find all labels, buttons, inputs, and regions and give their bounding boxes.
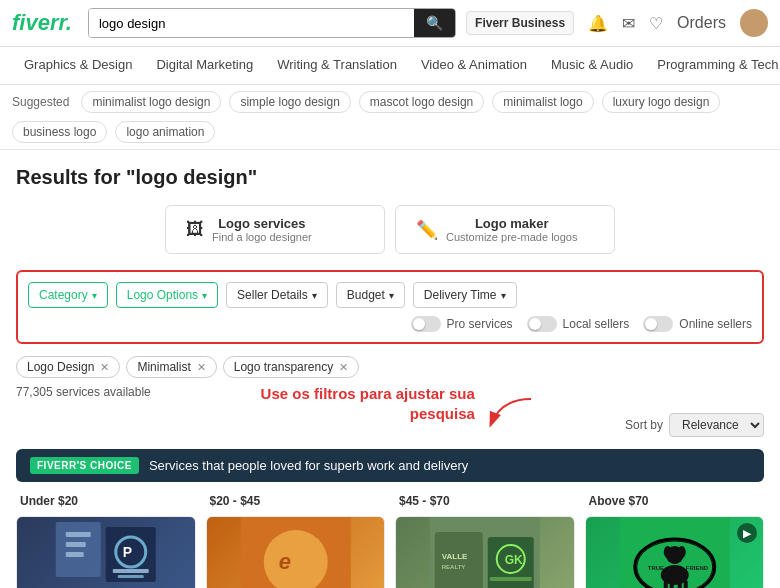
suggested-tag-3[interactable]: minimalist logo	[492, 91, 593, 113]
fiverr-business-btn[interactable]: Fiverr Business	[466, 11, 574, 35]
local-sellers-toggle-item: Local sellers	[527, 316, 630, 332]
svg-text:TRUE: TRUE	[647, 565, 663, 571]
suggested-tag-6[interactable]: logo animation	[115, 121, 215, 143]
suggested-row: Suggested minimalist logo design simple …	[0, 85, 780, 150]
video-badge-3: ▶	[737, 523, 757, 543]
card-image-1: e elephant	[207, 517, 385, 588]
category-filter[interactable]: Category ▾	[28, 282, 108, 308]
remove-tag-2[interactable]: ✕	[339, 361, 348, 374]
orders-link[interactable]: Orders	[677, 14, 726, 32]
online-sellers-toggle-item: Online sellers	[643, 316, 752, 332]
svg-rect-20	[490, 577, 532, 581]
logo-maker-label: Logo maker	[446, 216, 577, 231]
sort-label: Sort by	[625, 418, 663, 432]
sort-select[interactable]: Relevance	[669, 413, 764, 437]
price-range-3: Above $70	[585, 494, 765, 508]
price-range-0: Under $20	[16, 494, 196, 508]
logo-maker-btn[interactable]: ✏️ Logo maker Customize pre-made logos	[395, 205, 615, 254]
pro-services-toggle[interactable]	[411, 316, 441, 332]
logo-options-chevron-icon: ▾	[202, 290, 207, 301]
search-bar: 🔍	[88, 8, 456, 38]
svg-rect-28	[677, 580, 681, 588]
suggested-tag-0[interactable]: minimalist logo design	[81, 91, 221, 113]
online-sellers-label: Online sellers	[679, 317, 752, 331]
delivery-time-chevron-icon: ▾	[501, 290, 506, 301]
category-label: Category	[39, 288, 88, 302]
suggested-tag-1[interactable]: simple logo design	[229, 91, 350, 113]
heart-icon[interactable]: ♡	[649, 14, 663, 33]
svg-rect-3	[66, 552, 84, 557]
logo-options-label: Logo Options	[127, 288, 198, 302]
search-button[interactable]: 🔍	[414, 9, 455, 37]
card-0[interactable]: P H hasyodesign Top Rated Seller I will …	[16, 516, 196, 588]
remove-tag-1[interactable]: ✕	[197, 361, 206, 374]
results-count: 77,305 services available	[16, 381, 151, 399]
online-sellers-toggle[interactable]	[643, 316, 673, 332]
annotation-arrow	[481, 394, 541, 434]
card-1[interactable]: e elephant J jacklebalboa1 Level 2 Selle…	[206, 516, 386, 588]
results-title: Results for "logo design"	[16, 166, 764, 189]
seller-details-label: Seller Details	[237, 288, 308, 302]
main-content: Results for "logo design" 🖼 Logo service…	[0, 150, 780, 588]
nav-item-graphics[interactable]: Graphics & Design	[12, 47, 144, 84]
results-bar: 77,305 services available Use os filtros…	[16, 384, 764, 437]
svg-rect-29	[683, 580, 687, 588]
active-filters: Logo Design ✕ Minimalist ✕ Logo transpar…	[16, 350, 764, 384]
budget-filter[interactable]: Budget ▾	[336, 282, 405, 308]
svg-text:REALTY: REALTY	[442, 564, 466, 570]
category-chevron-icon: ▾	[92, 290, 97, 301]
suggested-tag-4[interactable]: luxury logo design	[602, 91, 721, 113]
mail-icon[interactable]: ✉	[622, 14, 635, 33]
suggested-tag-2[interactable]: mascot logo design	[359, 91, 484, 113]
filters-row: Category ▾ Logo Options ▾ Seller Details…	[16, 270, 764, 344]
budget-chevron-icon: ▾	[389, 290, 394, 301]
card-image-3: TRUE FRIEND ▶	[586, 517, 764, 588]
svg-rect-0	[56, 522, 101, 577]
logo-services-btn[interactable]: 🖼 Logo services Find a logo designer	[165, 205, 385, 254]
card-3[interactable]: TRUE FRIEND ▶ L lisavideointro Top Rated…	[585, 516, 765, 588]
local-sellers-toggle[interactable]	[527, 316, 557, 332]
active-tag-0[interactable]: Logo Design ✕	[16, 356, 120, 378]
nav-item-video[interactable]: Video & Animation	[409, 47, 539, 84]
active-tag-1[interactable]: Minimalist ✕	[126, 356, 216, 378]
cards-grid: P H hasyodesign Top Rated Seller I will …	[16, 516, 764, 588]
annotation-text: Use os filtros para ajustar sua pesquisa	[235, 384, 475, 423]
delivery-time-filter[interactable]: Delivery Time ▾	[413, 282, 517, 308]
pro-services-toggle-item: Pro services	[411, 316, 513, 332]
pro-services-label: Pro services	[447, 317, 513, 331]
bell-icon[interactable]: 🔔	[588, 14, 608, 33]
price-range-2: $45 - $70	[395, 494, 575, 508]
toggles-row: Pro services Local sellers Online seller…	[411, 316, 752, 332]
fiverr-logo[interactable]: fiverr.	[12, 10, 72, 36]
remove-tag-0[interactable]: ✕	[100, 361, 109, 374]
sort-row: Sort by Relevance	[625, 413, 764, 437]
active-tag-label-1: Minimalist	[137, 360, 190, 374]
nav-item-writing[interactable]: Writing & Translation	[265, 47, 409, 84]
active-tag-2[interactable]: Logo transparency ✕	[223, 356, 359, 378]
card-image-0: P	[17, 517, 195, 588]
fiverrs-choice-badge: FIVERR'S CHOICE	[30, 457, 139, 474]
svg-text:GK: GK	[505, 553, 523, 567]
card-2[interactable]: VALLE REALTY GK H hirrach01 Level 2 Sell…	[395, 516, 575, 588]
suggested-tag-5[interactable]: business logo	[12, 121, 107, 143]
svg-rect-8	[118, 575, 144, 578]
seller-details-filter[interactable]: Seller Details ▾	[226, 282, 328, 308]
logo-options-filter[interactable]: Logo Options ▾	[116, 282, 218, 308]
nav-item-programming[interactable]: Programming & Tech	[645, 47, 780, 84]
services-banner: 🖼 Logo services Find a logo designer ✏️ …	[16, 205, 764, 254]
svg-text:e: e	[278, 549, 290, 574]
svg-point-31	[677, 546, 685, 558]
local-sellers-label: Local sellers	[563, 317, 630, 331]
svg-rect-1	[66, 532, 91, 537]
logo-services-icon: 🖼	[186, 219, 204, 240]
active-tag-label-0: Logo Design	[27, 360, 94, 374]
search-input[interactable]	[89, 9, 414, 37]
header-right: Fiverr Business 🔔 ✉ ♡ Orders	[466, 9, 768, 37]
nav-item-digital-marketing[interactable]: Digital Marketing	[144, 47, 265, 84]
delivery-time-label: Delivery Time	[424, 288, 497, 302]
svg-rect-7	[113, 569, 149, 573]
nav-item-music[interactable]: Music & Audio	[539, 47, 645, 84]
price-ranges: Under $20 $20 - $45 $45 - $70 Above $70	[16, 494, 764, 508]
avatar[interactable]	[740, 9, 768, 37]
fiverrs-choice-banner: FIVERR'S CHOICE Services that people lov…	[16, 449, 764, 482]
